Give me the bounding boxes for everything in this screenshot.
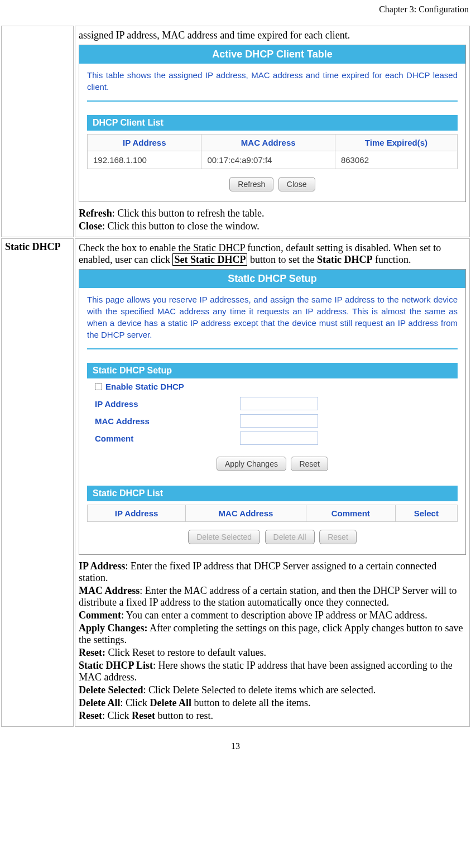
delsel-definition: Delete Selected: Click Delete Selected t… <box>79 684 466 696</box>
delsel-def-text: : Click Delete Selected to delete items … <box>143 684 376 696</box>
config-table: assigned IP address, MAC address and tim… <box>0 25 471 728</box>
ip-address-input[interactable] <box>240 397 318 410</box>
dhcp-client-list-header: DHCP Client List <box>87 115 458 131</box>
reset-button[interactable]: Reset <box>291 457 328 471</box>
list-def-label: Static DHCP List <box>79 660 153 671</box>
mac-address-label: MAC Address <box>95 416 240 426</box>
static-dhcp-setup-header: Static DHCP Setup <box>87 363 458 378</box>
delall-def-label: Delete All <box>79 697 120 708</box>
mac-address-input[interactable] <box>240 414 318 428</box>
intro-part3: function. <box>372 254 411 265</box>
col-time: Time Expired(s) <box>335 135 457 151</box>
table-row: 192.168.1.100 00:17:c4:a9:07:f4 863062 <box>88 151 458 169</box>
col-ip: IP Address <box>88 135 201 151</box>
refresh-definition: Refresh: Click this button to refresh th… <box>79 208 466 219</box>
static-dhcp-title: Static DHCP Setup <box>79 270 465 288</box>
set-static-dhcp-boxed: Set Static DHCP <box>172 253 247 266</box>
delall-definition: Delete All: Click Delete All button to d… <box>79 697 466 709</box>
refresh-def-label: Refresh <box>79 208 112 219</box>
reset2-definition: Reset: Click Reset button to rest. <box>79 710 466 722</box>
row1-intro: assigned IP address, MAC address and tim… <box>79 30 466 41</box>
chapter-header: Chapter 3: Configuration <box>0 0 471 25</box>
close-button[interactable]: Close <box>278 177 315 191</box>
mac-address-row: MAC Address <box>95 414 458 428</box>
static-dhcp-desc: This page allows you reserve IP addresse… <box>87 294 458 349</box>
ip-address-label: IP Address <box>95 399 240 409</box>
ip-definition: IP Address: Enter the fixed IP address t… <box>79 560 466 584</box>
refresh-button[interactable]: Refresh <box>229 177 273 191</box>
list-col-mac: MAC Address <box>186 505 306 522</box>
cell-time: 863062 <box>335 151 457 169</box>
cell-ip: 192.168.1.100 <box>88 151 201 169</box>
list-col-select: Select <box>395 505 457 522</box>
enable-static-dhcp-checkbox[interactable] <box>95 383 102 390</box>
ip-def-text: : Enter the fixed IP address that DHCP S… <box>79 560 436 583</box>
cell-mac: 00:17:c4:a9:07:f4 <box>201 151 335 169</box>
apply-changes-button[interactable]: Apply Changes <box>217 457 286 471</box>
static-dhcp-list-header: Static DHCP List <box>87 486 458 501</box>
enable-static-dhcp-label: Enable Static DHCP <box>105 382 184 391</box>
list-definition: Static DHCP List: Here shows the static … <box>79 660 466 683</box>
intro-bold: Static DHCP <box>317 254 372 265</box>
close-def-label: Close <box>79 220 102 232</box>
col-mac: MAC Address <box>201 135 335 151</box>
apply-def-label: Apply Changes: <box>79 622 148 634</box>
delete-all-button[interactable]: Delete All <box>265 530 315 544</box>
enable-static-dhcp-row: Enable Static DHCP <box>95 382 458 391</box>
static-dhcp-panel: Static DHCP Setup This page allows you r… <box>79 269 466 555</box>
refresh-def-text: : Click this button to refresh the table… <box>112 208 265 219</box>
row2-content-cell: Check the box to enable the Static DHCP … <box>75 238 470 727</box>
active-dhcp-panel: Active DHCP Client Table This table show… <box>79 45 466 202</box>
static-dhcp-intro: Check the box to enable the Static DHCP … <box>79 242 466 266</box>
comment-def-text: : You can enter a comment to description… <box>121 610 427 621</box>
comment-def-label: Comment <box>79 610 121 621</box>
reset-list-button[interactable]: Reset <box>319 530 357 544</box>
comment-label: Comment <box>95 434 240 443</box>
active-dhcp-title: Active DHCP Client Table <box>79 45 465 64</box>
active-dhcp-desc: This table shows the assigned IP address… <box>87 69 458 102</box>
delall-def-t2: button to delete all the items. <box>191 697 310 708</box>
ip-def-label: IP Address <box>79 560 125 572</box>
page-number: 13 <box>0 728 471 757</box>
reset-def-label: Reset: <box>79 647 105 658</box>
apply-definition: Apply Changes: After completing the sett… <box>79 622 466 646</box>
close-def-text: : Click this button to close the window. <box>102 220 259 232</box>
row1-label-cell <box>1 26 74 237</box>
reset2-def-t2: button to rest. <box>155 710 213 721</box>
mac-def-label: MAC Address <box>79 585 140 596</box>
mac-definition: MAC Address: Enter the MAC address of a … <box>79 585 466 608</box>
delall-def-t1: : Click <box>120 697 150 708</box>
delall-def-bold: Delete All <box>150 697 191 708</box>
reset2-def-bold: Reset <box>132 710 155 721</box>
list-col-comment: Comment <box>306 505 395 522</box>
delsel-def-label: Delete Selected <box>79 684 143 696</box>
comment-definition: Comment: You can enter a comment to desc… <box>79 610 466 621</box>
reset-definition: Reset: Click Reset to restore to default… <box>79 647 466 659</box>
row2-label-cell: Static DHCP <box>1 238 74 727</box>
ip-address-row: IP Address <box>95 397 458 410</box>
close-definition: Close: Click this button to close the wi… <box>79 220 466 232</box>
intro-part2: button to set the <box>247 254 317 265</box>
reset-def-text: Click Reset to restore to default values… <box>105 647 266 658</box>
comment-row: Comment <box>95 431 458 445</box>
delete-selected-button[interactable]: Delete Selected <box>188 530 260 544</box>
list-col-ip: IP Address <box>88 505 186 522</box>
dhcp-client-table: IP Address MAC Address Time Expired(s) 1… <box>87 134 458 169</box>
comment-input[interactable] <box>240 431 318 445</box>
row1-content-cell: assigned IP address, MAC address and tim… <box>75 26 470 237</box>
reset2-def-t1: : Click <box>102 710 132 721</box>
reset2-def-label: Reset <box>79 710 102 721</box>
static-dhcp-list-table: IP Address MAC Address Comment Select <box>87 505 458 522</box>
